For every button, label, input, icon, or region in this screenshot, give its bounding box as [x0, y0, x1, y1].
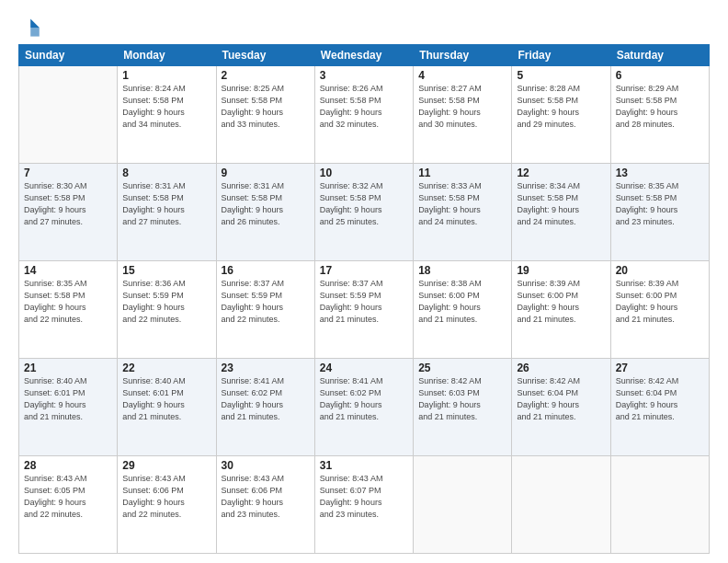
logo-icon	[18, 17, 40, 39]
day-number: 2	[222, 69, 310, 82]
week-row-3: 14Sunrise: 8:35 AM Sunset: 5:58 PM Dayli…	[19, 261, 710, 359]
calendar-cell: 27Sunrise: 8:42 AM Sunset: 6:04 PM Dayli…	[610, 359, 709, 456]
calendar-cell: 1Sunrise: 8:24 AM Sunset: 5:58 PM Daylig…	[118, 66, 216, 164]
day-number: 4	[418, 69, 506, 82]
calendar-cell: 31Sunrise: 8:43 AM Sunset: 6:07 PM Dayli…	[314, 456, 413, 554]
day-info: Sunrise: 8:29 AM Sunset: 5:58 PM Dayligh…	[616, 83, 704, 131]
col-header-monday: Monday	[118, 45, 216, 66]
calendar-cell: 8Sunrise: 8:31 AM Sunset: 5:58 PM Daylig…	[118, 164, 216, 261]
day-info: Sunrise: 8:33 AM Sunset: 5:58 PM Dayligh…	[418, 180, 506, 228]
calendar-cell: 14Sunrise: 8:35 AM Sunset: 5:58 PM Dayli…	[19, 261, 118, 359]
day-info: Sunrise: 8:28 AM Sunset: 5:58 PM Dayligh…	[517, 83, 605, 131]
day-info: Sunrise: 8:24 AM Sunset: 5:58 PM Dayligh…	[122, 83, 210, 131]
day-info: Sunrise: 8:39 AM Sunset: 6:00 PM Dayligh…	[517, 278, 605, 326]
day-number: 7	[24, 167, 112, 179]
day-info: Sunrise: 8:40 AM Sunset: 6:01 PM Dayligh…	[122, 375, 210, 423]
day-info: Sunrise: 8:43 AM Sunset: 6:07 PM Dayligh…	[320, 473, 408, 521]
day-number: 29	[122, 459, 210, 472]
day-info: Sunrise: 8:37 AM Sunset: 5:59 PM Dayligh…	[222, 278, 310, 326]
calendar-cell: 10Sunrise: 8:32 AM Sunset: 5:58 PM Dayli…	[314, 164, 413, 261]
day-number: 24	[320, 362, 408, 374]
calendar-cell: 24Sunrise: 8:41 AM Sunset: 6:02 PM Dayli…	[314, 359, 413, 456]
col-header-wednesday: Wednesday	[314, 45, 413, 66]
calendar-cell: 11Sunrise: 8:33 AM Sunset: 5:58 PM Dayli…	[414, 164, 512, 261]
day-info: Sunrise: 8:31 AM Sunset: 5:58 PM Dayligh…	[122, 180, 210, 228]
day-info: Sunrise: 8:39 AM Sunset: 6:00 PM Dayligh…	[616, 278, 704, 326]
day-info: Sunrise: 8:43 AM Sunset: 6:06 PM Dayligh…	[222, 473, 310, 521]
calendar-cell: 2Sunrise: 8:25 AM Sunset: 5:58 PM Daylig…	[216, 66, 314, 164]
calendar-cell: 3Sunrise: 8:26 AM Sunset: 5:58 PM Daylig…	[314, 66, 413, 164]
calendar-cell: 20Sunrise: 8:39 AM Sunset: 6:00 PM Dayli…	[610, 261, 709, 359]
calendar-cell: 4Sunrise: 8:27 AM Sunset: 5:58 PM Daylig…	[414, 66, 512, 164]
calendar-cell: 5Sunrise: 8:28 AM Sunset: 5:58 PM Daylig…	[512, 66, 610, 164]
calendar-cell: 17Sunrise: 8:37 AM Sunset: 5:59 PM Dayli…	[314, 261, 413, 359]
day-number: 23	[222, 362, 310, 374]
day-number: 12	[517, 167, 605, 179]
col-header-tuesday: Tuesday	[216, 45, 314, 66]
page: SundayMondayTuesdayWednesdayThursdayFrid…	[0, 0, 728, 563]
calendar-cell: 30Sunrise: 8:43 AM Sunset: 6:06 PM Dayli…	[216, 456, 314, 554]
calendar-cell	[414, 456, 512, 554]
col-header-sunday: Sunday	[19, 45, 118, 66]
day-info: Sunrise: 8:35 AM Sunset: 5:58 PM Dayligh…	[616, 180, 704, 228]
day-number: 5	[517, 69, 605, 82]
day-info: Sunrise: 8:40 AM Sunset: 6:01 PM Dayligh…	[24, 375, 112, 423]
day-number: 10	[320, 167, 408, 179]
day-info: Sunrise: 8:42 AM Sunset: 6:04 PM Dayligh…	[517, 375, 605, 423]
day-number: 8	[122, 167, 210, 179]
day-info: Sunrise: 8:34 AM Sunset: 5:58 PM Dayligh…	[517, 180, 605, 228]
day-info: Sunrise: 8:41 AM Sunset: 6:02 PM Dayligh…	[222, 375, 310, 423]
calendar-cell: 22Sunrise: 8:40 AM Sunset: 6:01 PM Dayli…	[118, 359, 216, 456]
day-info: Sunrise: 8:27 AM Sunset: 5:58 PM Dayligh…	[418, 83, 506, 131]
day-number: 21	[24, 362, 112, 374]
day-number: 19	[517, 264, 605, 277]
day-info: Sunrise: 8:37 AM Sunset: 5:59 PM Dayligh…	[320, 278, 408, 326]
day-info: Sunrise: 8:38 AM Sunset: 6:00 PM Dayligh…	[418, 278, 506, 326]
calendar-cell: 18Sunrise: 8:38 AM Sunset: 6:00 PM Dayli…	[414, 261, 512, 359]
day-number: 30	[222, 459, 310, 472]
day-info: Sunrise: 8:43 AM Sunset: 6:06 PM Dayligh…	[122, 473, 210, 521]
day-info: Sunrise: 8:43 AM Sunset: 6:05 PM Dayligh…	[24, 473, 112, 521]
week-row-5: 28Sunrise: 8:43 AM Sunset: 6:05 PM Dayli…	[19, 456, 710, 554]
col-header-thursday: Thursday	[414, 45, 512, 66]
day-info: Sunrise: 8:42 AM Sunset: 6:04 PM Dayligh…	[616, 375, 704, 423]
day-number: 27	[616, 362, 704, 374]
calendar-cell: 19Sunrise: 8:39 AM Sunset: 6:00 PM Dayli…	[512, 261, 610, 359]
day-info: Sunrise: 8:30 AM Sunset: 5:58 PM Dayligh…	[24, 180, 112, 228]
day-number: 14	[24, 264, 112, 277]
day-number: 20	[616, 264, 704, 277]
day-number: 18	[418, 264, 506, 277]
day-info: Sunrise: 8:42 AM Sunset: 6:03 PM Dayligh…	[418, 375, 506, 423]
day-info: Sunrise: 8:25 AM Sunset: 5:58 PM Dayligh…	[222, 83, 310, 131]
calendar-cell: 23Sunrise: 8:41 AM Sunset: 6:02 PM Dayli…	[216, 359, 314, 456]
calendar-cell	[19, 66, 118, 164]
week-row-4: 21Sunrise: 8:40 AM Sunset: 6:01 PM Dayli…	[19, 359, 710, 456]
col-header-friday: Friday	[512, 45, 610, 66]
week-row-2: 7Sunrise: 8:30 AM Sunset: 5:58 PM Daylig…	[19, 164, 710, 261]
day-info: Sunrise: 8:36 AM Sunset: 5:59 PM Dayligh…	[122, 278, 210, 326]
calendar-cell: 25Sunrise: 8:42 AM Sunset: 6:03 PM Dayli…	[414, 359, 512, 456]
calendar-cell: 9Sunrise: 8:31 AM Sunset: 5:58 PM Daylig…	[216, 164, 314, 261]
day-number: 22	[122, 362, 210, 374]
calendar-cell: 6Sunrise: 8:29 AM Sunset: 5:58 PM Daylig…	[610, 66, 709, 164]
svg-marker-1	[30, 28, 40, 37]
calendar-cell: 7Sunrise: 8:30 AM Sunset: 5:58 PM Daylig…	[19, 164, 118, 261]
calendar-cell: 29Sunrise: 8:43 AM Sunset: 6:06 PM Dayli…	[118, 456, 216, 554]
day-number: 11	[418, 167, 506, 179]
calendar-cell: 15Sunrise: 8:36 AM Sunset: 5:59 PM Dayli…	[118, 261, 216, 359]
day-number: 16	[222, 264, 310, 277]
calendar-cell: 16Sunrise: 8:37 AM Sunset: 5:59 PM Dayli…	[216, 261, 314, 359]
calendar-cell	[610, 456, 709, 554]
week-row-1: 1Sunrise: 8:24 AM Sunset: 5:58 PM Daylig…	[19, 66, 710, 164]
day-number: 13	[616, 167, 704, 179]
logo	[18, 17, 44, 39]
day-number: 28	[24, 459, 112, 472]
calendar-table: SundayMondayTuesdayWednesdayThursdayFrid…	[18, 44, 710, 554]
day-number: 1	[122, 69, 210, 82]
day-number: 9	[222, 167, 310, 179]
day-number: 6	[616, 69, 704, 82]
calendar-cell	[512, 456, 610, 554]
calendar-cell: 28Sunrise: 8:43 AM Sunset: 6:05 PM Dayli…	[19, 456, 118, 554]
day-number: 26	[517, 362, 605, 374]
calendar-cell: 21Sunrise: 8:40 AM Sunset: 6:01 PM Dayli…	[19, 359, 118, 456]
